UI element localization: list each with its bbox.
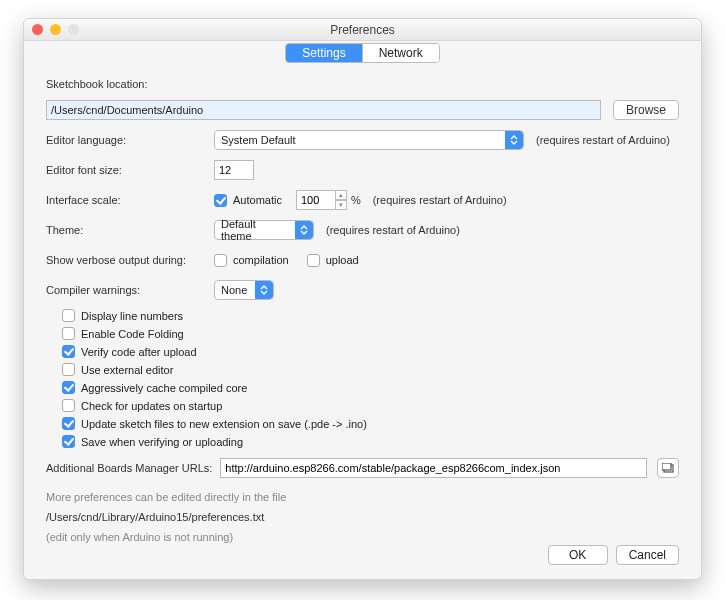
compiler-warnings-value: None bbox=[215, 284, 255, 296]
ok-button[interactable]: OK bbox=[548, 545, 608, 565]
tab-bar: Settings Network bbox=[24, 41, 701, 63]
font-size-label: Editor font size: bbox=[46, 164, 214, 176]
display-line-numbers-checkbox[interactable] bbox=[62, 309, 75, 322]
editor-language-select[interactable]: System Default bbox=[214, 130, 524, 150]
theme-select[interactable]: Default theme bbox=[214, 220, 314, 240]
sketchbook-path-input[interactable] bbox=[46, 100, 601, 120]
update-sketch-ext-checkbox[interactable] bbox=[62, 417, 75, 430]
external-editor-checkbox[interactable] bbox=[62, 363, 75, 376]
scale-input[interactable] bbox=[296, 190, 336, 210]
expand-urls-button[interactable] bbox=[657, 458, 679, 478]
compiler-warnings-label: Compiler warnings: bbox=[46, 284, 214, 296]
check-updates-label: Check for updates on startup bbox=[81, 400, 222, 412]
boards-url-input[interactable] bbox=[220, 458, 647, 478]
browse-button[interactable]: Browse bbox=[613, 100, 679, 120]
theme-value: Default theme bbox=[215, 218, 295, 242]
verbose-label: Show verbose output during: bbox=[46, 254, 214, 266]
tab-settings[interactable]: Settings bbox=[286, 44, 361, 62]
chevron-updown-icon bbox=[255, 281, 273, 299]
enable-code-folding-checkbox[interactable] bbox=[62, 327, 75, 340]
maximize-icon bbox=[68, 24, 79, 35]
update-sketch-ext-label: Update sketch files to new extension on … bbox=[81, 418, 367, 430]
footnote-line1: More preferences can be edited directly … bbox=[46, 488, 679, 508]
window-icon bbox=[662, 463, 675, 474]
interface-scale-label: Interface scale: bbox=[46, 194, 214, 206]
footnote: More preferences can be edited directly … bbox=[46, 488, 679, 547]
chevron-updown-icon bbox=[505, 131, 523, 149]
footnote-path: /Users/cnd/Library/Arduino15/preferences… bbox=[46, 508, 679, 528]
automatic-checkbox[interactable] bbox=[214, 194, 227, 207]
scale-note: (requires restart of Arduino) bbox=[373, 194, 507, 206]
minimize-icon[interactable] bbox=[50, 24, 61, 35]
chevron-updown-icon bbox=[295, 221, 313, 239]
preferences-window: Preferences Settings Network Sketchbook … bbox=[23, 18, 702, 580]
titlebar: Preferences bbox=[24, 19, 701, 41]
check-updates-checkbox[interactable] bbox=[62, 399, 75, 412]
scale-stepper[interactable]: ▴▾ bbox=[335, 190, 347, 210]
boards-url-label: Additional Boards Manager URLs: bbox=[46, 462, 212, 474]
verify-after-upload-checkbox[interactable] bbox=[62, 345, 75, 358]
save-on-verify-checkbox[interactable] bbox=[62, 435, 75, 448]
upload-label: upload bbox=[326, 254, 359, 266]
display-line-numbers-label: Display line numbers bbox=[81, 310, 183, 322]
automatic-label: Automatic bbox=[233, 194, 282, 206]
enable-code-folding-label: Enable Code Folding bbox=[81, 328, 184, 340]
editor-language-note: (requires restart of Arduino) bbox=[536, 134, 670, 146]
font-size-input[interactable] bbox=[214, 160, 254, 180]
scale-unit: % bbox=[351, 194, 361, 206]
editor-language-label: Editor language: bbox=[46, 134, 214, 146]
window-title: Preferences bbox=[24, 23, 701, 37]
traffic-lights bbox=[32, 24, 79, 35]
close-icon[interactable] bbox=[32, 24, 43, 35]
compilation-label: compilation bbox=[233, 254, 289, 266]
compiler-warnings-select[interactable]: None bbox=[214, 280, 274, 300]
compilation-checkbox[interactable] bbox=[214, 254, 227, 267]
tab-network[interactable]: Network bbox=[362, 44, 439, 62]
editor-language-value: System Default bbox=[215, 134, 505, 146]
verify-after-upload-label: Verify code after upload bbox=[81, 346, 197, 358]
external-editor-label: Use external editor bbox=[81, 364, 173, 376]
svg-rect-1 bbox=[662, 463, 671, 470]
aggressive-cache-checkbox[interactable] bbox=[62, 381, 75, 394]
theme-label: Theme: bbox=[46, 224, 214, 236]
aggressive-cache-label: Aggressively cache compiled core bbox=[81, 382, 247, 394]
cancel-button[interactable]: Cancel bbox=[616, 545, 679, 565]
sketchbook-label: Sketchbook location: bbox=[46, 78, 148, 90]
save-on-verify-label: Save when verifying or uploading bbox=[81, 436, 243, 448]
upload-checkbox[interactable] bbox=[307, 254, 320, 267]
theme-note: (requires restart of Arduino) bbox=[326, 224, 460, 236]
